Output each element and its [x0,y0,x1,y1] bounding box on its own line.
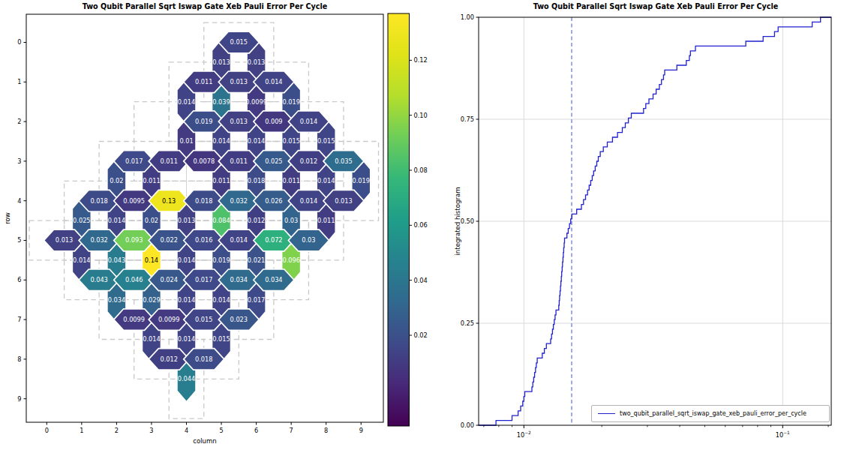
svg-text:0.029: 0.029 [143,296,160,304]
svg-text:0.013: 0.013 [335,197,352,205]
svg-text:0.015: 0.015 [195,316,212,323]
svg-text:5: 5 [219,427,223,434]
svg-text:0.025: 0.025 [265,158,282,165]
svg-text:0.019: 0.019 [195,118,212,125]
svg-text:0.50: 0.50 [461,218,474,225]
svg-text:0.084: 0.084 [212,217,230,224]
heatmap-title: Two Qubit Parallel Sqrt Iswap Gate Xeb P… [26,2,383,10]
svg-text:0.013: 0.013 [178,217,195,224]
svg-text:0.14: 0.14 [145,256,158,264]
svg-text:0.13: 0.13 [162,197,176,205]
svg-text:0.016: 0.016 [195,236,212,244]
svg-text:0.017: 0.017 [195,276,212,284]
svg-text:0.014: 0.014 [178,296,195,304]
svg-text:3: 3 [17,158,21,165]
svg-text:0.014: 0.014 [73,256,90,264]
svg-text:1: 1 [80,427,83,434]
svg-text:0.032: 0.032 [90,236,107,244]
heatmap-cell: 0.035 [323,151,364,172]
svg-text:0.01: 0.01 [179,137,193,145]
svg-text:0.011: 0.011 [143,177,160,184]
svg-text:0.014: 0.014 [317,177,335,184]
svg-text:6: 6 [254,427,258,434]
svg-text:0.043: 0.043 [90,276,107,284]
svg-text:4: 4 [185,427,188,434]
svg-text:0.034: 0.034 [230,276,248,284]
svg-text:0.014: 0.014 [212,137,230,145]
svg-text:0.75: 0.75 [461,116,474,123]
heatmap-cell: 0.03 [288,230,329,251]
svg-text:0.0078: 0.0078 [193,158,215,165]
legend-line-sample [598,413,615,414]
heatmap-xlabel: column [26,437,383,445]
colorbar: 0.020.040.060.080.100.12 [388,14,428,426]
svg-text:0.013: 0.013 [248,58,265,66]
svg-text:0.039: 0.039 [212,98,230,106]
svg-text:5: 5 [17,236,21,244]
svg-text:0.0099: 0.0099 [158,316,180,323]
svg-text:0.02: 0.02 [110,177,123,184]
heatmap-cell: 0.014 [254,71,294,93]
svg-text:0.013: 0.013 [212,58,230,66]
svg-text:10−1: 10−1 [776,430,790,439]
svg-text:0.10: 0.10 [414,112,428,119]
svg-text:0.011: 0.011 [282,177,299,184]
svg-text:0.034: 0.034 [265,276,282,284]
cdf-gridlines [479,17,831,425]
svg-text:0.012: 0.012 [300,158,317,165]
svg-text:0.026: 0.026 [265,197,282,205]
svg-text:0.014: 0.014 [230,236,248,244]
cdf-axes: 0.000.250.500.751.0010−210−1 [446,0,868,453]
svg-text:0.014: 0.014 [212,296,230,304]
svg-text:0.022: 0.022 [160,236,177,244]
svg-text:0.011: 0.011 [317,217,335,224]
svg-text:8: 8 [17,356,21,363]
svg-text:0.023: 0.023 [230,316,248,323]
svg-text:0.04: 0.04 [414,277,428,284]
svg-text:0.014: 0.014 [108,217,125,224]
svg-text:0.034: 0.034 [108,296,125,304]
svg-text:3: 3 [149,427,153,434]
svg-text:0.018: 0.018 [195,197,212,205]
svg-text:0.011: 0.011 [212,177,230,184]
svg-text:0.072: 0.072 [265,236,282,244]
svg-text:0.024: 0.024 [160,276,177,284]
heatmap-cell: 0.013 [323,190,364,212]
svg-text:0.018: 0.018 [90,197,107,205]
legend-label: two_qubit_parallel_sqrt_iswap_gate_xeb_p… [620,410,806,417]
svg-text:0.046: 0.046 [125,276,143,284]
svg-text:0.044: 0.044 [178,375,195,382]
heatmap-cell: 0.023 [218,309,259,331]
svg-text:0.014: 0.014 [265,78,282,86]
svg-text:0.019: 0.019 [212,256,230,264]
svg-text:0.02: 0.02 [145,217,158,224]
svg-text:0.03: 0.03 [302,236,315,244]
svg-text:0.0099: 0.0099 [123,316,145,323]
svg-text:10−2: 10−2 [517,430,531,439]
svg-text:0.019: 0.019 [282,98,299,106]
svg-text:7: 7 [17,316,21,323]
svg-text:0.014: 0.014 [248,137,265,145]
svg-text:0.013: 0.013 [230,78,248,86]
svg-text:0: 0 [45,427,49,434]
svg-text:0: 0 [17,38,21,46]
svg-text:0.014: 0.014 [178,335,195,343]
svg-text:6: 6 [17,276,21,284]
svg-text:0.03: 0.03 [284,217,298,224]
svg-text:0.012: 0.012 [160,356,177,363]
svg-text:0.017: 0.017 [125,158,143,165]
svg-text:0.009: 0.009 [265,118,282,125]
svg-text:0.011: 0.011 [195,78,212,86]
svg-text:0.12: 0.12 [414,56,428,64]
svg-text:0.019: 0.019 [353,177,370,184]
svg-text:4: 4 [17,197,21,205]
heatmap-ylabel: row [4,202,11,235]
svg-text:0.018: 0.018 [195,356,212,363]
heatmap-cell: 0.015 [218,32,259,53]
svg-text:0.093: 0.093 [125,236,143,244]
heatmap-cell: 0.018 [184,349,224,370]
svg-text:8: 8 [324,427,328,434]
svg-text:9: 9 [17,395,21,403]
svg-text:0.014: 0.014 [178,98,195,106]
svg-text:0.025: 0.025 [73,217,90,224]
